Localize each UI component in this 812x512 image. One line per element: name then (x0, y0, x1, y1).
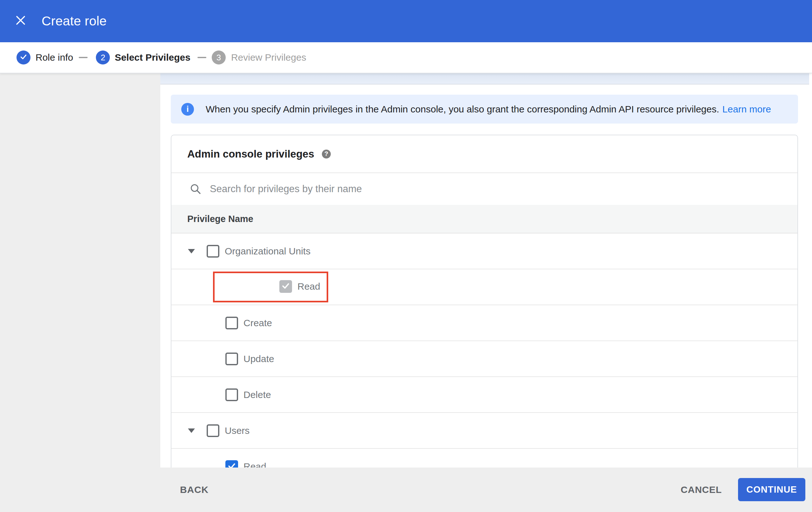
check-icon (19, 53, 28, 62)
step-3-circle[interactable]: 3 (212, 51, 226, 64)
step-3-label[interactable]: Review Privileges (231, 52, 306, 63)
scrolled-content-edge (160, 73, 809, 84)
privilege-row: Read (171, 449, 798, 467)
privilege-label[interactable]: Read (243, 461, 266, 468)
app-bar: Create role (0, 0, 812, 42)
step-1-label[interactable]: Role info (35, 52, 73, 63)
info-banner: i When you specify Admin privileges in t… (171, 95, 798, 124)
checkbox-organizational-units[interactable] (207, 245, 219, 258)
step-connector (198, 57, 206, 58)
privilege-label[interactable]: Read (297, 281, 320, 292)
dialog-title: Create role (41, 0, 107, 42)
step-2-label[interactable]: Select Privileges (115, 52, 190, 63)
check-icon (281, 281, 290, 292)
privilege-row: Create (171, 305, 798, 341)
info-icon: i (181, 103, 194, 116)
checked-checkbox-read[interactable] (279, 280, 292, 293)
privilege-label[interactable]: Create (243, 318, 272, 328)
checked-checkbox-read[interactable] (225, 460, 238, 468)
step-3-number: 3 (216, 53, 221, 62)
step-connector (79, 57, 88, 58)
continue-button[interactable]: CONTINUE (738, 478, 805, 501)
checkbox-users[interactable] (207, 424, 219, 437)
stepper: Role info 2 Select Privileges 3 Review P… (0, 42, 812, 73)
search-input[interactable] (210, 183, 750, 195)
step-2-number: 2 (100, 53, 105, 62)
create-role-dialog: Create role Role info 2 Select Privilege… (0, 0, 812, 512)
cancel-button[interactable]: CANCEL (680, 467, 722, 512)
back-button[interactable]: BACK (180, 467, 208, 512)
privilege-label[interactable]: Organizational Units (225, 246, 311, 257)
help-icon[interactable]: ? (322, 150, 331, 159)
privilege-row: Organizational Units (171, 234, 798, 269)
card-title: Admin console privileges (187, 148, 314, 160)
checkbox-update[interactable] (225, 353, 238, 365)
step-1-complete-circle[interactable] (17, 51, 30, 64)
info-banner-text: When you specify Admin privileges in the… (206, 104, 719, 115)
expand-arrow-icon[interactable] (188, 249, 195, 253)
learn-more-link[interactable]: Learn more (723, 104, 771, 115)
expand-arrow-icon[interactable] (188, 428, 195, 433)
privilege-row: Read (171, 269, 798, 305)
privilege-row: Users (171, 413, 798, 449)
privilege-row: Update (171, 341, 798, 377)
footer-bar: BACK CANCEL CONTINUE (0, 467, 812, 512)
column-header: Privilege Name (171, 205, 798, 234)
privilege-rows: Organizational UnitsReadCreateUpdateDele… (171, 234, 798, 467)
highlight-box: Read (213, 272, 328, 302)
check-icon (227, 461, 236, 468)
search-icon (190, 183, 202, 195)
close-icon[interactable] (16, 15, 26, 25)
privilege-row: Delete (171, 377, 798, 413)
card-header: Admin console privileges ? (171, 135, 798, 173)
checkbox-create[interactable] (225, 317, 238, 329)
admin-console-privileges-card: Admin console privileges ? Privilege Nam… (171, 135, 798, 467)
privilege-label[interactable]: Update (243, 353, 274, 364)
privilege-label[interactable]: Delete (243, 389, 271, 400)
checkbox-delete[interactable] (225, 388, 238, 401)
privilege-label[interactable]: Users (225, 425, 250, 436)
privilege-search-row (171, 173, 798, 205)
step-2-circle[interactable]: 2 (96, 51, 110, 64)
